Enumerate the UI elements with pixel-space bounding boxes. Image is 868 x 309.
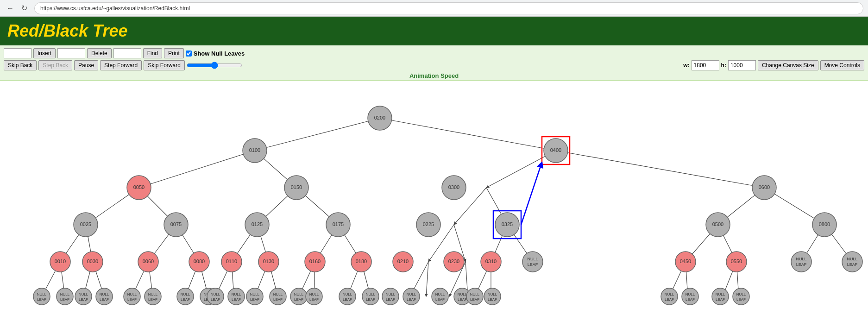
svg-text:NULL: NULL xyxy=(37,292,47,296)
node-0050-label: 0050 xyxy=(133,184,145,190)
svg-text:LEAF: LEAF xyxy=(181,297,190,302)
tree-svg: 0200 0100 0400 0050 0150 0300 0600 0025 … xyxy=(0,81,868,309)
svg-text:LEAF: LEAF xyxy=(528,262,538,267)
change-canvas-button[interactable]: Change Canvas Size xyxy=(758,60,818,70)
svg-text:LEAF: LEAF xyxy=(407,297,416,302)
svg-text:LEAF: LEAF xyxy=(435,297,445,302)
node-0030-label: 0030 xyxy=(87,259,98,264)
svg-text:NULL: NULL xyxy=(60,292,70,296)
node-0450-label: 0450 xyxy=(680,259,691,264)
svg-text:NULL: NULL xyxy=(407,292,416,296)
step-forward-button[interactable]: Step Forward xyxy=(100,60,142,70)
node-0500-label: 0500 xyxy=(712,221,723,227)
node-nullleaf-0800r xyxy=(842,252,862,272)
node-0080-label: 0080 xyxy=(194,259,205,264)
svg-text:LEAF: LEAF xyxy=(211,297,220,302)
insert-button[interactable]: Insert xyxy=(33,48,56,58)
anim-speed-slider[interactable] xyxy=(187,60,242,70)
node-0225-label: 0225 xyxy=(423,221,434,227)
svg-text:LEAF: LEAF xyxy=(488,297,497,302)
step-back-button[interactable]: Step Back xyxy=(38,60,72,70)
node-0110-label: 0110 xyxy=(226,259,237,264)
svg-text:LEAF: LEAF xyxy=(232,297,241,302)
svg-text:NULL: NULL xyxy=(736,292,746,296)
app-header: Red/Black Tree xyxy=(0,17,868,45)
svg-text:NULL: NULL xyxy=(847,257,857,261)
svg-text:LEAF: LEAF xyxy=(273,297,283,302)
svg-text:LEAF: LEAF xyxy=(100,297,109,302)
w-label: w: xyxy=(683,62,689,69)
node-0210-label: 0210 xyxy=(397,259,409,264)
node-0200-label: 0200 xyxy=(374,115,385,120)
node-nullleaf-0800l xyxy=(791,252,811,272)
node-0230-label: 0230 xyxy=(448,259,459,264)
svg-text:NULL: NULL xyxy=(211,292,220,296)
svg-text:NULL: NULL xyxy=(716,292,725,296)
svg-text:NULL: NULL xyxy=(232,292,241,296)
move-controls-button[interactable]: Move Controls xyxy=(820,60,864,70)
insert-input[interactable] xyxy=(4,48,31,58)
svg-text:LEAF: LEAF xyxy=(847,262,858,267)
svg-text:NULL: NULL xyxy=(470,292,480,296)
svg-line-0 xyxy=(255,118,380,151)
svg-text:NULL: NULL xyxy=(79,292,88,296)
h-input[interactable] xyxy=(728,60,756,70)
svg-text:NULL: NULL xyxy=(127,292,137,296)
svg-text:NULL: NULL xyxy=(309,292,319,296)
delete-button[interactable]: Delete xyxy=(87,48,112,58)
find-input[interactable] xyxy=(113,48,141,58)
pause-button[interactable]: Pause xyxy=(74,60,98,70)
back-button[interactable]: ← xyxy=(5,3,16,14)
find-button[interactable]: Find xyxy=(143,48,162,58)
svg-text:LEAF: LEAF xyxy=(716,297,725,302)
svg-text:NULL: NULL xyxy=(796,257,806,261)
svg-text:LEAF: LEAF xyxy=(60,297,69,302)
svg-text:LEAF: LEAF xyxy=(37,297,46,302)
address-bar[interactable] xyxy=(34,2,863,14)
node-0150-label: 0150 xyxy=(291,184,302,190)
node-0300-label: 0300 xyxy=(448,184,459,190)
svg-text:LEAF: LEAF xyxy=(736,297,746,302)
svg-text:NULL: NULL xyxy=(250,292,260,296)
node-0310-label: 0310 xyxy=(485,259,497,264)
delete-input[interactable] xyxy=(57,48,85,58)
node-0060-label: 0060 xyxy=(143,259,154,264)
svg-text:NULL: NULL xyxy=(386,292,396,296)
node-nullleaf-0325r xyxy=(522,252,543,272)
svg-text:NULL: NULL xyxy=(366,292,376,296)
svg-text:LEAF: LEAF xyxy=(294,297,303,302)
svg-line-1 xyxy=(380,118,556,151)
svg-text:LEAF: LEAF xyxy=(386,297,395,302)
browser-bar: ← ↻ xyxy=(0,0,868,17)
print-button[interactable]: Print xyxy=(164,48,184,58)
svg-text:LEAF: LEAF xyxy=(470,297,479,302)
svg-line-47 xyxy=(426,262,428,296)
node-0100-label: 0100 xyxy=(249,147,260,153)
node-nullleaf-0325r-label: NULL xyxy=(527,257,538,261)
skip-back-button[interactable]: Skip Back xyxy=(4,60,37,70)
svg-text:LEAF: LEAF xyxy=(366,297,375,302)
h-label: h: xyxy=(721,62,726,69)
node-0600-label: 0600 xyxy=(759,184,770,190)
reload-button[interactable]: ↻ xyxy=(19,3,30,14)
svg-text:LEAF: LEAF xyxy=(309,297,319,302)
node-0010-label: 0010 xyxy=(55,259,66,264)
blue-arrow xyxy=(521,162,542,225)
svg-text:NULL: NULL xyxy=(686,292,695,296)
w-input[interactable] xyxy=(692,60,719,70)
svg-text:NULL: NULL xyxy=(488,292,497,296)
app-title: Red/Black Tree xyxy=(7,21,127,40)
svg-line-5 xyxy=(556,151,764,188)
controls-row1: Insert Delete Find Print Show Null Leave… xyxy=(4,48,864,58)
node-0130-label: 0130 xyxy=(263,259,274,264)
node-0075-label: 0075 xyxy=(170,221,182,227)
tree-canvas: 0200 0100 0400 0050 0150 0300 0600 0025 … xyxy=(0,81,868,309)
show-null-label[interactable]: Show Null Leaves xyxy=(186,50,245,57)
browser-nav: ← ↻ xyxy=(5,3,30,14)
show-null-checkbox[interactable] xyxy=(186,50,192,57)
anim-speed-label: Animation Speed xyxy=(409,72,459,79)
svg-text:NULL: NULL xyxy=(148,292,158,296)
svg-text:LEAF: LEAF xyxy=(79,297,88,302)
skip-forward-button[interactable]: Skip Forward xyxy=(144,60,185,70)
svg-text:LEAF: LEAF xyxy=(343,297,352,302)
